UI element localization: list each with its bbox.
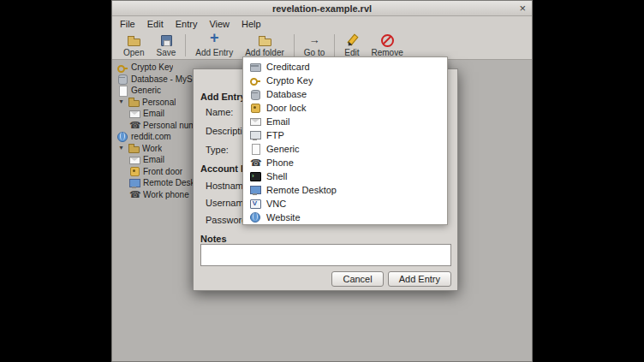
menubar: File Edit Entry View Help — [112, 16, 532, 31]
menu-item[interactable]: Help — [236, 18, 267, 30]
type-option-label: VNC — [266, 199, 286, 209]
menu-item[interactable]: Edit — [141, 18, 170, 30]
desktop-background: revelation-example.rvl × File Edit Entry… — [0, 0, 644, 362]
type-option-label: Website — [266, 212, 301, 223]
save-button[interactable]: Save — [150, 33, 182, 58]
expander-icon[interactable]: ▾ — [117, 144, 125, 152]
type-option-label: Phone — [266, 157, 294, 168]
menu-item[interactable]: File — [114, 18, 141, 30]
type-option[interactable]: Email — [243, 115, 447, 128]
type-option[interactable]: Creditcard — [243, 60, 447, 74]
key-icon — [250, 75, 260, 86]
type-option-label: Generic — [266, 144, 300, 154]
creditcard-icon — [250, 62, 260, 72]
type-option-label: Shell — [266, 171, 287, 181]
addfolder-icon — [258, 33, 271, 47]
toolbar: Open Save Add Entry — [112, 31, 532, 60]
website-icon — [117, 132, 128, 142]
name-label: Name: — [206, 107, 233, 117]
menu-item[interactable]: Entry — [170, 18, 204, 30]
phone-icon — [250, 157, 260, 168]
close-icon[interactable]: × — [519, 2, 526, 15]
add-entry-confirm-button[interactable]: Add Entry — [388, 271, 451, 287]
remove-icon — [380, 33, 394, 47]
type-option-label: Door lock — [266, 103, 306, 113]
ftp-icon — [250, 130, 260, 140]
expander-icon[interactable]: ▾ — [117, 98, 125, 106]
toolbar-group-add: Add Entry Add folder — [189, 33, 290, 58]
type-option[interactable]: Shell — [243, 169, 447, 183]
type-option-label: Email — [266, 116, 290, 127]
type-option-label: FTP — [266, 130, 284, 140]
type-dropdown-menu: Creditcard Crypto Key Database Door lock… — [242, 56, 448, 225]
doorlock-icon — [129, 166, 140, 176]
toolbar-separator — [334, 34, 335, 56]
remote-icon — [250, 185, 260, 195]
type-option[interactable]: Crypto Key — [243, 74, 447, 87]
type-option-label: Creditcard — [266, 62, 310, 72]
goto-icon — [307, 33, 321, 47]
email-icon — [250, 116, 260, 127]
notes-input[interactable] — [200, 244, 451, 266]
menu-item[interactable]: View — [203, 18, 236, 30]
shell-icon — [250, 171, 260, 181]
toolbar-group-file: Open Save — [117, 33, 182, 58]
titlebar[interactable]: revelation-example.rvl × — [112, 1, 532, 16]
type-label: Type: — [206, 145, 229, 155]
doorlock-icon — [250, 103, 260, 113]
window-title: revelation-example.rvl — [272, 3, 372, 14]
phone-icon — [129, 189, 140, 199]
email-icon — [129, 155, 140, 165]
dialog-title: Add Entry — [200, 92, 246, 102]
cancel-button[interactable]: Cancel — [331, 271, 383, 287]
remote-icon — [129, 178, 140, 188]
type-option[interactable]: FTP — [243, 128, 447, 142]
toolbar-group-edit: Edit Remove — [338, 33, 408, 58]
open-icon — [127, 33, 140, 47]
remove-button[interactable]: Remove — [365, 33, 408, 58]
save-icon — [159, 33, 173, 47]
type-option[interactable]: Database — [243, 87, 447, 101]
phone-icon — [129, 120, 140, 130]
type-option[interactable]: Remote Desktop — [243, 183, 447, 197]
type-option-label: Database — [266, 89, 307, 99]
email-icon — [129, 109, 140, 119]
type-option[interactable]: Phone — [243, 156, 447, 169]
website-icon — [250, 212, 260, 223]
dialog-buttons: Cancel Add Entry — [331, 271, 451, 287]
add-folder-button[interactable]: Add folder — [239, 33, 290, 58]
type-option[interactable]: VNC — [243, 197, 447, 211]
notes-label: Notes — [200, 234, 227, 244]
type-option-label: Crypto Key — [266, 75, 313, 86]
add-entry-button[interactable]: Add Entry — [189, 33, 239, 58]
key-icon — [117, 62, 128, 73]
folder-icon — [128, 143, 139, 153]
database-icon — [117, 74, 128, 84]
type-option[interactable]: Door lock — [243, 101, 447, 115]
generic-icon — [117, 86, 128, 96]
toolbar-separator — [185, 34, 186, 56]
go-to-button[interactable]: Go to — [298, 33, 331, 58]
addentry-icon — [207, 33, 221, 47]
vnc-icon — [250, 199, 260, 209]
type-option-label: Remote Desktop — [266, 185, 337, 195]
type-option[interactable]: Generic — [243, 142, 447, 156]
edit-button[interactable]: Edit — [338, 33, 365, 58]
open-button[interactable]: Open — [117, 33, 150, 58]
toolbar-group-goto: Go to — [298, 33, 331, 58]
folder-icon — [128, 97, 139, 107]
database-icon — [250, 89, 260, 99]
generic-icon — [250, 144, 260, 154]
edit-icon — [345, 33, 359, 47]
toolbar-separator — [294, 34, 295, 56]
type-option[interactable]: Website — [243, 211, 447, 224]
